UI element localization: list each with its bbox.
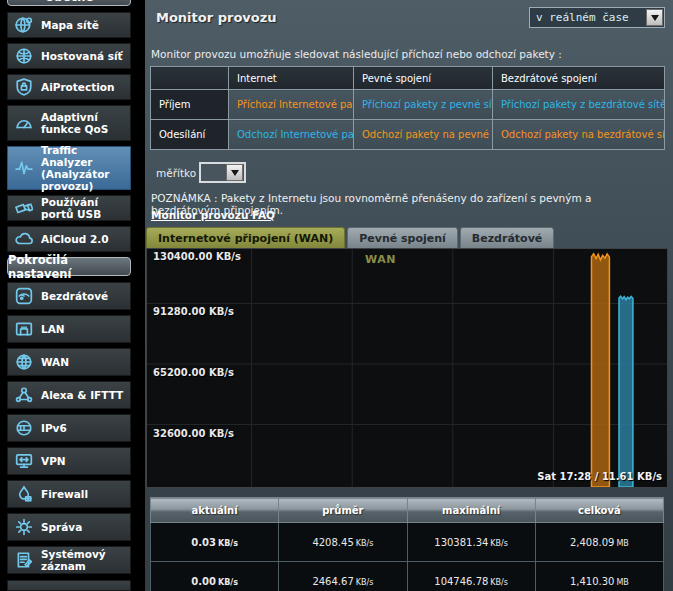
sidebar-item-label: LAN xyxy=(36,323,65,335)
stat-ul-total: 1,410.30MB xyxy=(535,562,663,591)
chart-time-status: Sat 17:28 / 11.61 KB/s xyxy=(537,471,662,482)
alexa-ifttt-icon xyxy=(12,383,36,407)
sidebar-item-system-log[interactable]: Systémový záznam xyxy=(7,546,131,574)
lan-port-icon xyxy=(12,317,36,341)
stat-ul-average: 2464.67KB/s xyxy=(279,562,407,591)
packet-type-table: Internet Pevné spojení Bezdrátové spojen… xyxy=(150,66,665,150)
row-label-tx: Odesílání xyxy=(151,120,229,150)
sidebar-item-label: Správa xyxy=(36,521,82,533)
guest-network-icon xyxy=(12,44,36,68)
sidebar-item-label: Hostovaná síť xyxy=(36,50,123,62)
sidebar-item-aiprotection[interactable]: AiProtection xyxy=(7,74,131,100)
col-header-wired: Pevné spojení xyxy=(354,67,493,90)
main-panel: Monitor provozu v reálném čase Monitor p… xyxy=(145,0,673,591)
stats-header-average: průměr xyxy=(279,498,407,523)
sidebar-item-vpn[interactable]: VPN xyxy=(7,447,131,475)
usb-icon xyxy=(12,196,36,220)
sidebar-item-label: Alexa & IFTTT xyxy=(36,389,123,401)
sidebar-item-label: AiProtection xyxy=(36,81,115,93)
link-rx-wired[interactable]: Příchozí pakety z pevné sítě xyxy=(354,90,493,120)
traffic-stats-table: aktuální průměr maximální celková 0.03KB… xyxy=(150,497,664,591)
sidebar-item-firewall[interactable]: Firewall xyxy=(7,480,131,508)
sidebar-item-label: Adaptivní funkce QoS xyxy=(36,111,126,135)
sidebar-item-ipv6[interactable]: IPv6 xyxy=(7,414,131,442)
stat-dl-maximum: 130381.34KB/s xyxy=(407,523,535,562)
chart-series-title: WAN xyxy=(365,253,396,266)
timeframe-select[interactable]: v reálném čase xyxy=(529,7,665,28)
sidebar: Obecné Mapa sítě Hostovaná síť AiProtect… xyxy=(0,0,145,591)
y-tick-65200: 65200.00 KB/s xyxy=(153,367,234,378)
sidebar-item-label: Bezdrátové xyxy=(36,290,108,302)
download-spike xyxy=(591,254,609,487)
sidebar-item-qos[interactable]: Adaptivní funkce QoS xyxy=(7,105,131,141)
y-tick-130400: 130400.00 KB/s xyxy=(153,251,241,262)
col-header-internet: Internet xyxy=(229,67,354,90)
section-general-label: Obecné xyxy=(45,0,94,4)
stats-header-current: aktuální xyxy=(151,498,279,523)
link-tx-wireless[interactable]: Odchozí pakety na bezdrátové sítě xyxy=(493,120,665,150)
vpn-monitor-icon xyxy=(12,449,36,473)
y-tick-32600: 32600.00 KB/s xyxy=(153,428,234,439)
sidebar-item-label: Firewall xyxy=(36,488,88,500)
sidebar-item-label: WAN xyxy=(36,356,69,368)
sidebar-item-wan[interactable]: WAN xyxy=(7,348,131,376)
sidebar-section-general[interactable]: Obecné xyxy=(7,0,131,6)
stat-ul-current: 0.00KB/s xyxy=(151,562,279,591)
tab-wireless[interactable]: Bezdrátové xyxy=(460,227,554,248)
chevron-down-icon xyxy=(226,164,243,181)
sidebar-item-traffic-analyzer[interactable]: Traffic Analyzer (Analyzátor provozu) xyxy=(7,146,131,190)
stat-ul-maximum: 104746.78KB/s xyxy=(407,562,535,591)
cloud-icon xyxy=(12,227,36,251)
timeframe-select-value: v reálném čase xyxy=(530,11,646,24)
y-tick-91280: 91280.00 KB/s xyxy=(153,306,234,317)
wan-globe-icon xyxy=(12,350,36,374)
sidebar-item-label: VPN xyxy=(36,455,66,467)
scale-select[interactable] xyxy=(199,162,246,183)
col-header-wireless: Bezdrátové spojení xyxy=(493,67,665,90)
section-advanced-label: Pokročilá nastavení xyxy=(8,253,130,281)
sidebar-item-label: Systémový záznam xyxy=(36,548,126,572)
link-rx-wireless[interactable]: Příchozí pakety z bezdrátové sítě xyxy=(493,90,665,120)
link-rx-internet[interactable]: Příchozí Internetové pakety xyxy=(229,90,354,120)
qos-gauge-icon xyxy=(12,111,36,135)
system-log-icon xyxy=(12,548,36,572)
sidebar-item-lan[interactable]: LAN xyxy=(7,315,131,343)
scale-label: měřítko xyxy=(156,167,196,179)
sidebar-item-label: IPv6 xyxy=(36,422,67,434)
stats-header-total: celková xyxy=(535,498,663,523)
sidebar-item-wireless[interactable]: Bezdrátové xyxy=(7,282,131,310)
traffic-chart: 130400.00 KB/s 91280.00 KB/s 65200.00 KB… xyxy=(146,248,668,488)
sidebar-item-alexa-ifttt[interactable]: Alexa & IFTTT xyxy=(7,381,131,409)
sidebar-item-label: AiCloud 2.0 xyxy=(36,233,109,245)
row-label-rx: Příjem xyxy=(151,90,229,120)
sidebar-item-partial[interactable] xyxy=(7,580,131,591)
stat-dl-average: 4208.45KB/s xyxy=(279,523,407,562)
sidebar-item-guest-network[interactable]: Hostovaná síť xyxy=(7,43,131,69)
tab-wan[interactable]: Internetové připojení (WAN) xyxy=(146,227,345,248)
link-tx-internet[interactable]: Odchozí Internetové pakety xyxy=(229,120,354,150)
sidebar-item-label: Používání portů USB xyxy=(36,196,126,220)
sidebar-item-aicloud[interactable]: AiCloud 2.0 xyxy=(7,226,131,252)
sidebar-item-label: Mapa sítě xyxy=(36,19,99,31)
tab-wired[interactable]: Pevné spojení xyxy=(347,227,458,248)
admin-gear-icon xyxy=(12,515,36,539)
sidebar-item-network-map[interactable]: Mapa sítě xyxy=(7,12,131,38)
chevron-down-icon xyxy=(646,9,663,26)
stat-dl-current: 0.03KB/s xyxy=(151,523,279,562)
traffic-wave-icon xyxy=(12,156,36,180)
sidebar-item-label: Traffic Analyzer (Analyzátor provozu) xyxy=(36,144,126,192)
ipv6-globe-icon xyxy=(12,416,36,440)
link-tx-wired[interactable]: Odchozí pakety na pevné sítě xyxy=(354,120,493,150)
shield-lock-icon xyxy=(12,75,36,99)
corner-cell xyxy=(151,67,229,90)
sidebar-section-advanced[interactable]: Pokročilá nastavení xyxy=(7,257,131,276)
intro-text: Monitor provozu umožňuje sledovat násled… xyxy=(151,48,562,60)
faq-link[interactable]: Monitor provozu FAQ xyxy=(151,209,275,221)
network-map-icon xyxy=(12,13,36,37)
sidebar-item-admin[interactable]: Správa xyxy=(7,513,131,541)
wireless-icon xyxy=(12,284,36,308)
stat-dl-total: 2,408.09MB xyxy=(535,523,663,562)
firewall-flame-icon xyxy=(12,482,36,506)
chart-tabs: Internetové připojení (WAN) Pevné spojen… xyxy=(146,227,554,248)
sidebar-item-usb[interactable]: Používání portů USB xyxy=(7,195,131,221)
